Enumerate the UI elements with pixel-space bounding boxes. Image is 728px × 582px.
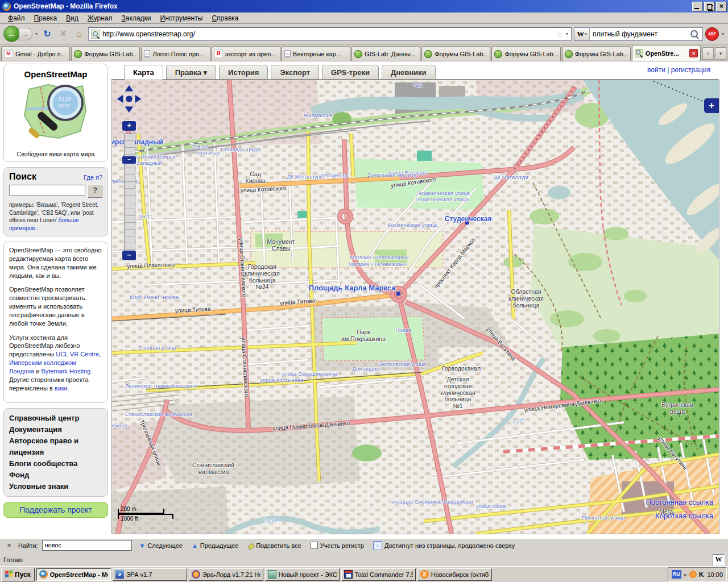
home-button[interactable]: ⌂ xyxy=(72,27,86,41)
tab-list-button[interactable]: ▾ xyxy=(715,47,726,60)
bug-icon xyxy=(424,50,432,58)
menu-item-файл[interactable]: Файл xyxy=(3,13,30,23)
find-input[interactable]: новос xyxy=(42,540,132,551)
browser-tab[interactable]: Форумы GIS-Lab... xyxy=(562,46,631,61)
search-engine-button[interactable]: W▾ xyxy=(574,28,590,40)
tab-label: Форумы GIS-Lab... xyxy=(84,51,137,57)
window-titlebar[interactable]: OpenStreetMap - Mozilla Firefox × xyxy=(0,0,728,13)
taskbar-task[interactable]: 2Новосибирск (октябрь ... xyxy=(417,568,492,581)
menu-item-журнал[interactable]: Журнал xyxy=(83,13,117,23)
map-viewport[interactable]: №2Жилмассивбирск-ЗападныйВокзал 'Новосиб… xyxy=(111,80,719,534)
findbar-close-icon[interactable]: × xyxy=(5,541,14,550)
taskbar-task[interactable]: ЭЭРА v1.7 xyxy=(113,568,187,581)
sidebar-link[interactable]: Справочный центр xyxy=(9,413,102,424)
search-title: Поиск xyxy=(9,172,84,182)
browser-tab[interactable]: Яэкспорт из open... xyxy=(212,46,280,61)
sidebar-link[interactable]: Фонд xyxy=(9,469,102,481)
shortlink-link[interactable]: Короткая ссылка xyxy=(646,509,713,522)
osm-page-tabs: КартаПравка ▾ИсторияЭкспортGPS-трекиДнев… xyxy=(124,65,436,80)
zoom-out-button[interactable]: − xyxy=(122,251,136,260)
menu-item-правка[interactable]: Правка xyxy=(30,13,62,23)
browser-tab[interactable]: Логос-Плюс про... xyxy=(141,46,210,61)
tab-label: Gmail - Добро п... xyxy=(15,51,67,57)
browser-tab[interactable]: Форумы GIS-Lab... xyxy=(491,46,560,61)
about-link[interactable]: вики xyxy=(55,385,68,392)
tab-close-icon[interactable]: × xyxy=(689,49,698,57)
highlighter-icon xyxy=(247,542,254,548)
osm-tab-Правка[interactable]: Правка ▾ xyxy=(166,65,216,80)
browser-tab[interactable]: Форумы GIS-Lab... xyxy=(71,46,140,61)
find-next-button[interactable]: ▼Следующее xyxy=(136,542,184,550)
osm-search-button[interactable]: ? xyxy=(88,185,102,198)
osm-tab-Дневники[interactable]: Дневники xyxy=(382,65,436,80)
taskbar-task[interactable]: Эра-Лорд v1.7.21 Нов... xyxy=(189,568,263,581)
svg-text:0110: 0110 xyxy=(59,97,71,102)
kaspersky-icon[interactable]: K xyxy=(699,571,704,579)
close-button[interactable]: × xyxy=(716,2,727,11)
menu-item-закладки[interactable]: Закладки xyxy=(117,13,156,23)
menu-item-инструменты[interactable]: Инструменты xyxy=(156,13,208,23)
sidebar-link[interactable]: Авторское право и лицензия xyxy=(9,435,102,458)
zoom-slider-track[interactable] xyxy=(124,134,135,251)
taskbar-task[interactable]: OpenStreetMap - Moz... xyxy=(36,568,111,581)
url-dropdown-icon[interactable]: ▾ xyxy=(565,31,569,36)
sidebar-link[interactable]: Документация xyxy=(9,424,102,435)
language-indicator[interactable]: RU xyxy=(672,570,681,579)
abp-dropdown-icon[interactable]: ▾ xyxy=(721,31,725,36)
stop-button[interactable]: × xyxy=(56,27,70,41)
bookmark-star-icon[interactable]: ☆ xyxy=(556,30,563,39)
sidebar-link[interactable]: Блоги сообщества xyxy=(9,458,102,469)
checkbox-icon[interactable] xyxy=(311,542,318,549)
browser-tab[interactable]: OpenStre...× xyxy=(632,45,701,61)
about-link[interactable]: UCL VR Centre xyxy=(56,351,99,357)
browser-tab[interactable]: GIS-Lab: Данны... xyxy=(351,46,420,61)
zoom-in-button[interactable]: + xyxy=(122,121,136,131)
wikilook-icon[interactable]: W xyxy=(713,554,725,566)
browser-tab[interactable]: Векторные кар... xyxy=(282,46,350,61)
find-prev-button[interactable]: ▲Предыдущее xyxy=(189,542,241,550)
adblock-plus-icon[interactable]: ABP xyxy=(705,27,719,41)
doc-icon xyxy=(284,50,291,57)
start-button[interactable]: Пуск xyxy=(1,568,35,581)
back-button[interactable]: ← xyxy=(3,26,20,42)
highlight-all-button[interactable]: Подсветить все xyxy=(245,542,304,550)
permalink-link[interactable]: Постоянная ссылка xyxy=(646,496,713,509)
where-am-i-link[interactable]: Где я? xyxy=(84,174,102,181)
osm-search-input[interactable] xyxy=(9,185,85,196)
tray-app-icon[interactable] xyxy=(689,571,697,578)
taskbar-task[interactable]: Total Commander 7.56a ... xyxy=(341,568,416,581)
osm-tab-Экспорт[interactable]: Экспорт xyxy=(271,65,319,80)
search-magnifier-icon[interactable] xyxy=(690,30,698,38)
restore-button[interactable] xyxy=(704,2,715,11)
osm-page-header: КартаПравка ▾ИсторияЭкспортGPS-трекиДнев… xyxy=(111,61,718,80)
sidebar-link[interactable]: Условные знаки xyxy=(9,481,102,492)
minimize-button[interactable] xyxy=(692,2,703,11)
osm-tab-Карта[interactable]: Карта xyxy=(124,65,163,80)
map-pan-zoom-control[interactable]: + − − xyxy=(115,84,142,119)
windows-flag-icon xyxy=(5,570,13,578)
about-link[interactable]: Bytemark Hosting xyxy=(41,368,90,375)
layers-button[interactable]: + xyxy=(704,98,719,113)
search-input[interactable]: плитный фундамент xyxy=(590,30,690,38)
history-dropdown-icon[interactable]: ▾ xyxy=(35,31,38,36)
url-text[interactable]: http://www.openstreetmap.org/ xyxy=(102,30,553,38)
match-case-checkbox[interactable]: Учесть регистр xyxy=(308,541,366,550)
tab-scroll-button[interactable]: » xyxy=(702,47,714,60)
osm-tab-GPSтреки[interactable]: GPS-треки xyxy=(322,65,379,80)
menu-item-вид[interactable]: Вид xyxy=(61,13,83,23)
support-project-button[interactable]: Поддержать проект xyxy=(3,502,108,518)
url-bar[interactable]: http://www.openstreetmap.org/ ☆ ▾ xyxy=(88,27,572,41)
login-register-links[interactable]: войти | регистрация xyxy=(647,66,710,74)
pan-control[interactable] xyxy=(115,84,143,118)
tray-collapse-icon[interactable]: « xyxy=(684,571,687,578)
menu-item-справка[interactable]: Справка xyxy=(207,13,243,23)
zoom-slider-handle[interactable]: − xyxy=(122,156,136,164)
forward-button[interactable]: → xyxy=(19,28,32,40)
browser-tab[interactable]: MGmail - Добро п... xyxy=(1,46,70,61)
osm-logo-caption: Свободная вики-карта мира xyxy=(9,151,102,157)
taskbar-task[interactable]: Новый проект - ЭКО це... xyxy=(265,568,340,581)
web-search-box[interactable]: W▾ плитный фундамент xyxy=(574,27,703,41)
osm-tab-История[interactable]: История xyxy=(219,65,268,80)
reload-button[interactable]: ↻ xyxy=(40,27,54,41)
browser-tab[interactable]: Форумы GIS-Lab... xyxy=(421,46,490,61)
